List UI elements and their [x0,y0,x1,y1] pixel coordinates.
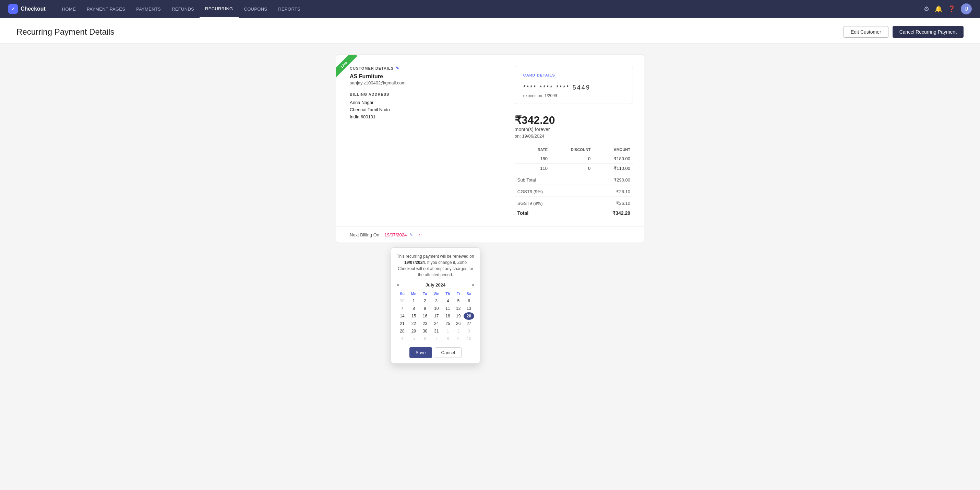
cal-day-today[interactable]: 20 [464,312,474,320]
billing-table-body: 180 0 ₹180.00 110 0 ₹110.00 [515,154,633,218]
cancel-recurring-button[interactable]: Cancel Recurring Payment [892,26,964,38]
nav-coupons[interactable]: COUPONS [239,0,273,18]
popup-cancel-button[interactable]: Cancel [435,347,461,358]
cal-header-su: Su [397,290,408,297]
cal-day[interactable]: 12 [453,305,464,312]
billing-table: RATE DISCOUNT AMOUNT 180 0 ₹180.00 [515,145,633,218]
main-content: Live CUSTOMER DETAILS ✎ AS Furniture san… [0,43,980,254]
payment-section: ₹342.20 month(s) forever on: 19/06/2024 … [515,113,633,218]
edit-customer-button[interactable]: Edit Customer [843,26,888,38]
cal-day[interactable]: 13 [464,305,474,312]
header-actions: Edit Customer Cancel Recurring Payment [843,26,964,38]
brand-name: Checkout [21,6,46,12]
cal-day[interactable]: 16 [420,312,430,320]
help-icon[interactable]: ❓ [948,5,955,13]
cal-day[interactable]: 2 [453,327,464,335]
nav-refunds[interactable]: REFUNDS [166,0,200,18]
billing-address-line2: Chennai Tamil Nadu [350,106,504,113]
brand-icon: ✓ [8,4,18,14]
cal-day[interactable]: 17 [430,312,443,320]
cal-day[interactable]: 21 [397,320,408,327]
nav-reports[interactable]: REPORTS [273,0,306,18]
row-discount: 0 [550,164,593,173]
cal-week-4: 21 22 23 24 25 26 27 [397,320,474,327]
sgst-value: ₹26.10 [593,196,633,208]
calendar-prev-button[interactable]: « [397,282,399,287]
cal-day[interactable]: 8 [408,305,420,312]
cal-day[interactable]: 27 [464,320,474,327]
cal-day[interactable]: 9 [453,335,464,342]
cal-day[interactable]: 30 [420,327,430,335]
brand-logo[interactable]: ✓ Checkout [8,4,46,14]
card-expiry: expires on: 1/2099 [523,93,624,98]
calendar-header: « July 2024 » [397,282,474,287]
notifications-icon[interactable]: 🔔 [935,5,942,13]
cal-day[interactable]: 6 [464,297,474,305]
cal-day[interactable]: 4 [443,297,453,305]
nav-payments[interactable]: PAYMENTS [130,0,166,18]
cal-day[interactable]: 10 [430,305,443,312]
total-value: ₹342.20 [593,208,633,218]
cal-day[interactable]: 4 [397,335,408,342]
cal-day[interactable]: 1 [443,327,453,335]
next-billing-label: Next Billing On : [350,232,382,238]
nav-recurring[interactable]: RECURRING [200,0,238,18]
cal-day[interactable]: 26 [453,320,464,327]
cal-day[interactable]: 8 [443,335,453,342]
cal-header-fr: Fr [453,290,464,297]
row-amount: ₹180.00 [593,154,633,164]
avatar[interactable]: U [961,3,972,14]
cal-day[interactable]: 24 [430,320,443,327]
customer-edit-icon[interactable]: ✎ [396,66,399,71]
cal-day[interactable]: 6 [420,335,430,342]
subtotal-label: Sub Total [515,173,593,185]
cal-day[interactable]: 28 [397,327,408,335]
live-badge: Live [336,55,357,78]
cal-day[interactable]: 3 [430,297,443,305]
col-amount: AMOUNT [593,145,633,154]
cal-day[interactable]: 23 [420,320,430,327]
page-title: Recurring Payment Details [16,27,114,37]
calendar-next-button[interactable]: » [471,282,474,287]
subtotal-value: ₹290.00 [593,173,633,185]
cal-day[interactable]: 29 [408,327,420,335]
cal-header-sa: Sa [464,290,474,297]
cal-day[interactable]: 5 [408,335,420,342]
cal-day[interactable]: 1 [408,297,420,305]
payment-started: on: 19/06/2024 [515,134,633,139]
cgst-value: ₹26.10 [593,185,633,196]
cal-week-3: 14 15 16 17 18 19 20 [397,312,474,320]
cal-day[interactable]: 31 [430,327,443,335]
popup-save-button[interactable]: Save [409,347,432,358]
cal-day[interactable]: 5 [453,297,464,305]
table-row: 180 0 ₹180.00 [515,154,633,164]
cal-day[interactable]: 7 [397,305,408,312]
cal-day[interactable]: 2 [420,297,430,305]
cal-day[interactable]: 3 [464,327,474,335]
cal-day[interactable]: 10 [464,335,474,342]
nav-payment-pages[interactable]: PAYMENT PAGES [81,0,130,18]
customer-email: sanjay.z100402@gmail.com [350,80,504,85]
cal-day[interactable]: 25 [443,320,453,327]
cgst-label: CGST9 (9%) [515,185,593,196]
billing-table-header: RATE DISCOUNT AMOUNT [515,145,633,154]
cal-header-we: We [430,290,443,297]
cal-day[interactable]: 15 [408,312,420,320]
col-name [515,145,524,154]
next-billing-edit-icon[interactable]: ✎ [409,232,413,237]
settings-icon[interactable]: ⚙ [924,5,929,13]
cal-day[interactable]: 22 [408,320,420,327]
cal-day[interactable]: 11 [443,305,453,312]
nav-right: ⚙ 🔔 ❓ U [924,3,972,14]
arrow-icon: → [415,231,421,238]
cal-day[interactable]: 7 [430,335,443,342]
cal-day[interactable]: 9 [420,305,430,312]
row-rate: 180 [524,154,550,164]
nav-home[interactable]: HOME [57,0,81,18]
cal-day[interactable]: 14 [397,312,408,320]
cal-day[interactable]: 19 [453,312,464,320]
row-amount: ₹110.00 [593,164,633,173]
cal-day[interactable]: 30 [397,297,408,305]
card-details-box: CARD DETAILS **** **** **** 5449 expires… [515,66,633,104]
cal-day[interactable]: 18 [443,312,453,320]
